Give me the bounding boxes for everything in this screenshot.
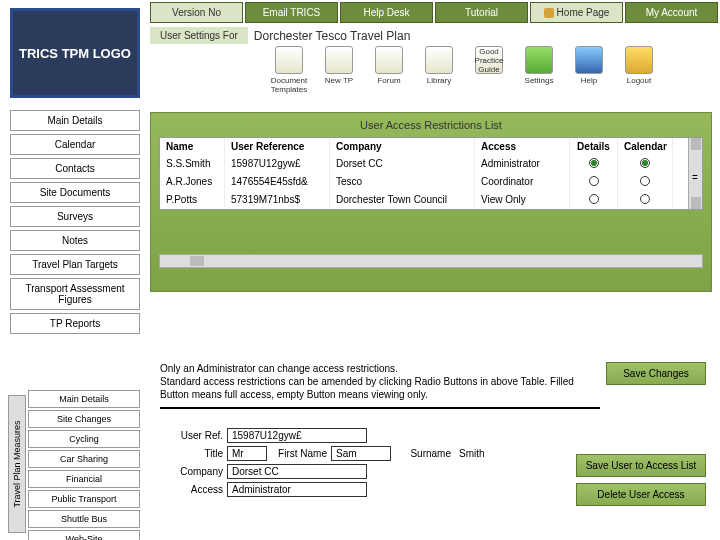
- settings-button[interactable]: Settings: [515, 46, 563, 94]
- panel-title: User Access Restrictions List: [151, 113, 711, 137]
- details-radio[interactable]: [589, 194, 599, 204]
- table-row: A.R.Jones 1476554E45sfd& Tesco Coordinat…: [160, 173, 702, 191]
- userref-input[interactable]: 15987U12gyw£: [227, 428, 367, 443]
- sidebar-item[interactable]: Main Details: [10, 110, 140, 131]
- sub-item[interactable]: Shuttle Bus: [28, 510, 140, 528]
- horizontal-scrollbar[interactable]: [159, 254, 703, 268]
- sidebar-item[interactable]: Site Documents: [10, 182, 140, 203]
- sub-item[interactable]: Web-Site: [28, 530, 140, 540]
- account-button[interactable]: My Account: [625, 2, 718, 23]
- table-header: Name User Reference Company Access Detai…: [160, 138, 702, 155]
- details-radio[interactable]: [589, 158, 599, 168]
- help-button[interactable]: Help: [565, 46, 613, 94]
- document-icon: [275, 46, 303, 74]
- access-label: Access: [165, 484, 223, 495]
- table-row: P.Potts 57319M71nbs$ Dorchester Town Cou…: [160, 191, 702, 209]
- firstname-label: First Name: [271, 448, 327, 459]
- doc-templates-button[interactable]: Document Templates: [265, 46, 313, 94]
- version-button[interactable]: Version No: [150, 2, 243, 23]
- logo: TRICS TPM LOGO: [10, 8, 140, 98]
- sub-item[interactable]: Main Details: [28, 390, 140, 408]
- delete-user-button[interactable]: Delete User Access: [576, 483, 706, 506]
- email-button[interactable]: Email TRICS: [245, 2, 338, 23]
- user-form: User Ref. 15987U12gyw£ Title Mr First Na…: [165, 428, 580, 500]
- save-user-button[interactable]: Save User to Access List: [576, 454, 706, 477]
- access-table: Name User Reference Company Access Detai…: [159, 137, 703, 210]
- sub-item[interactable]: Public Transport: [28, 490, 140, 508]
- sub-item[interactable]: Car Sharing: [28, 450, 140, 468]
- firstname-input[interactable]: Sam: [331, 446, 391, 461]
- sidebar-item[interactable]: Contacts: [10, 158, 140, 179]
- surname-label: Surname: [395, 448, 451, 459]
- icon-bar: Document Templates New TP Forum Library …: [265, 46, 720, 94]
- home-button[interactable]: Home Page: [530, 2, 623, 23]
- sidebar: Main Details Calendar Contacts Site Docu…: [10, 110, 140, 337]
- plan-title: Dorchester Tesco Travel Plan: [254, 29, 411, 43]
- userref-label: User Ref.: [165, 430, 223, 441]
- logout-icon: [625, 46, 653, 74]
- access-input[interactable]: Administrator: [227, 482, 367, 497]
- info-text: Only an Administrator can change access …: [160, 362, 600, 409]
- sub-item[interactable]: Cycling: [28, 430, 140, 448]
- new-icon: [325, 46, 353, 74]
- sidebar-item[interactable]: Transport Assessment Figures: [10, 278, 140, 310]
- helpdesk-button[interactable]: Help Desk: [340, 2, 433, 23]
- calendar-radio[interactable]: [640, 176, 650, 186]
- gear-icon: [525, 46, 553, 74]
- sidebar-item[interactable]: Notes: [10, 230, 140, 251]
- sidebar-item[interactable]: Surveys: [10, 206, 140, 227]
- forum-button[interactable]: Forum: [365, 46, 413, 94]
- sub-sidebar: Main Details Site Changes Cycling Car Sh…: [28, 390, 140, 540]
- sub-item[interactable]: Financial: [28, 470, 140, 488]
- logout-button[interactable]: Logout: [615, 46, 663, 94]
- sub-header: User Settings For Dorchester Tesco Trave…: [150, 27, 720, 44]
- save-changes-button[interactable]: Save Changes: [606, 362, 706, 385]
- sidebar-item[interactable]: Calendar: [10, 134, 140, 155]
- gpg-icon: Good Practice Guide: [475, 46, 503, 74]
- action-buttons: Save User to Access List Delete User Acc…: [576, 454, 706, 512]
- sidebar-item[interactable]: Travel Plan Targets: [10, 254, 140, 275]
- calendar-radio[interactable]: [640, 194, 650, 204]
- company-label: Company: [165, 466, 223, 477]
- tutorial-button[interactable]: Tutorial: [435, 2, 528, 23]
- new-tp-button[interactable]: New TP: [315, 46, 363, 94]
- title-input[interactable]: Mr: [227, 446, 267, 461]
- help-icon: [575, 46, 603, 74]
- user-settings-label: User Settings For: [150, 27, 248, 44]
- vertical-scrollbar[interactable]: =: [688, 138, 702, 209]
- sidebar-item[interactable]: TP Reports: [10, 313, 140, 334]
- surname-input[interactable]: Smith: [455, 447, 515, 460]
- vertical-tab[interactable]: Travel Plan Measures: [8, 395, 26, 533]
- access-panel: User Access Restrictions List Name User …: [150, 112, 712, 292]
- library-icon: [425, 46, 453, 74]
- title-label: Title: [165, 448, 223, 459]
- calendar-radio[interactable]: [640, 158, 650, 168]
- sub-item[interactable]: Site Changes: [28, 410, 140, 428]
- forum-icon: [375, 46, 403, 74]
- details-radio[interactable]: [589, 176, 599, 186]
- company-input[interactable]: Dorset CC: [227, 464, 367, 479]
- library-button[interactable]: Library: [415, 46, 463, 94]
- home-icon: [544, 8, 554, 18]
- table-row: S.S.Smith 15987U12gyw£ Dorset CC Adminis…: [160, 155, 702, 173]
- gpg-button[interactable]: Good Practice Guide: [465, 46, 513, 94]
